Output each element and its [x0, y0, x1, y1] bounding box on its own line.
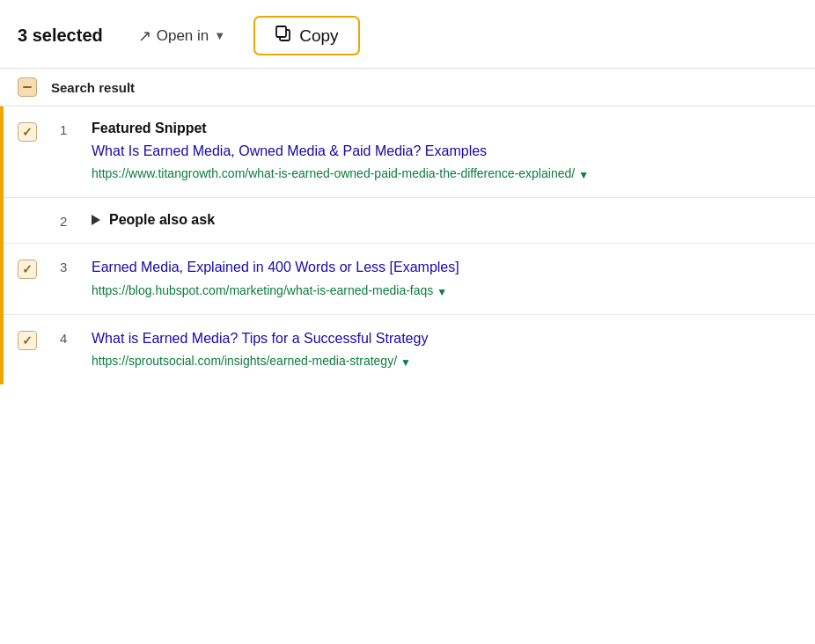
triangle-icon: [92, 215, 100, 225]
people-also-ask-text: People also ask: [109, 212, 215, 228]
row-4-number: 4: [60, 329, 92, 346]
results-list: 1 Featured Snippet What Is Earned Media,…: [0, 106, 815, 384]
row-4-checkbox[interactable]: [18, 331, 37, 350]
url-text: https://www.titangrowth.com/what-is-earn…: [92, 165, 575, 183]
row-3-checkbox[interactable]: [18, 260, 37, 279]
url-dropdown-icon[interactable]: ▼: [437, 284, 447, 300]
result-type: Featured Snippet: [92, 121, 797, 136]
copy-label: Copy: [299, 26, 338, 46]
checkbox-col: [18, 121, 60, 142]
table-row: 1 Featured Snippet What Is Earned Media,…: [4, 106, 815, 198]
toolbar: 3 selected ↗︎ Open in ▼ Copy: [0, 0, 815, 69]
table-row: 4 What is Earned Media? Tips for a Succe…: [4, 315, 815, 384]
url-text: https://blog.hubspot.com/marketing/what-…: [92, 282, 433, 300]
result-title[interactable]: What Is Earned Media, Owned Media & Paid…: [92, 142, 797, 161]
result-title[interactable]: What is Earned Media? Tips for a Success…: [92, 329, 797, 348]
row-2-number: 2: [60, 212, 92, 229]
row-3-number: 3: [60, 258, 92, 274]
result-url: https://blog.hubspot.com/marketing/what-…: [92, 282, 797, 300]
selected-count: 3 selected: [18, 26, 103, 46]
people-also-ask-label[interactable]: People also ask: [92, 212, 797, 228]
url-dropdown-icon[interactable]: ▼: [578, 167, 589, 183]
row-4-content: What is Earned Media? Tips for a Success…: [92, 329, 797, 370]
result-url: https://sproutsocial.com/insights/earned…: [92, 352, 797, 370]
table-row: 2 People also ask: [4, 198, 815, 244]
chevron-down-icon: ▼: [214, 29, 225, 42]
row-1-checkbox[interactable]: [18, 122, 37, 142]
row-2-content: People also ask: [92, 212, 797, 228]
row-3-content: Earned Media, Explained in 400 Words or …: [92, 258, 797, 299]
column-header: Search result: [51, 80, 135, 95]
copy-button[interactable]: Copy: [253, 16, 359, 55]
svg-rect-1: [276, 26, 286, 37]
row-1-content: Featured Snippet What Is Earned Media, O…: [92, 121, 797, 183]
external-link-icon: ↗︎: [138, 26, 151, 46]
table-row: 3 Earned Media, Explained in 400 Words o…: [4, 244, 815, 314]
table-header: Search result: [0, 69, 815, 106]
result-title[interactable]: Earned Media, Explained in 400 Words or …: [92, 258, 797, 277]
open-in-label: Open in: [157, 27, 209, 45]
copy-icon: [275, 25, 292, 47]
checkbox-col: [18, 329, 60, 350]
row-1-number: 1: [60, 121, 92, 137]
open-in-button[interactable]: ↗︎ Open in ▼: [131, 21, 232, 51]
checkbox-col: [18, 258, 60, 279]
url-dropdown-icon[interactable]: ▼: [400, 355, 411, 370]
result-url: https://www.titangrowth.com/what-is-earn…: [92, 165, 797, 183]
deselect-all-button[interactable]: [18, 77, 37, 97]
url-text: https://sproutsocial.com/insights/earned…: [92, 352, 397, 370]
minus-icon: [23, 86, 32, 89]
